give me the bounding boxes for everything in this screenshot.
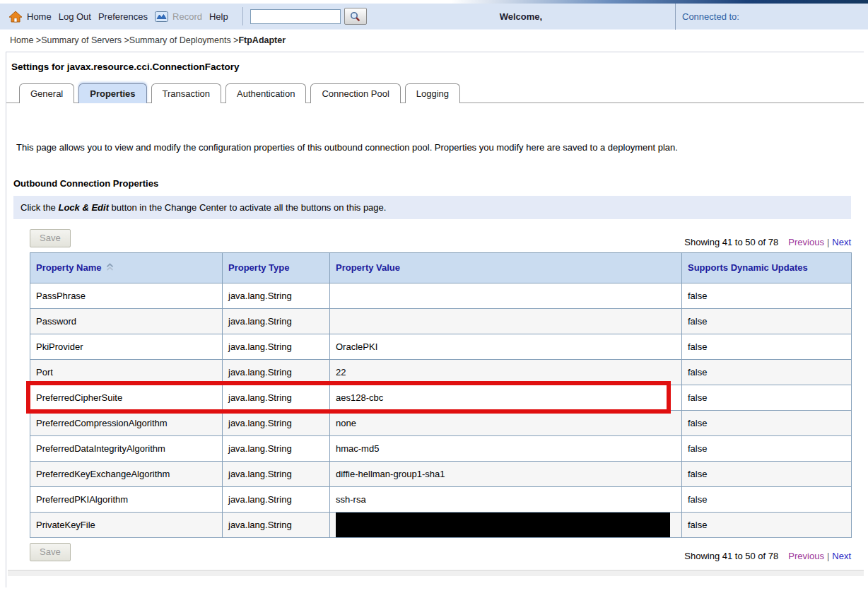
pagination-top: Showing 41 to 50 of 78Previous|Next (684, 237, 851, 247)
cell-property-name: Port (30, 359, 223, 385)
help-link[interactable]: Help (209, 11, 228, 22)
cell-property-type: java.lang.String (223, 283, 330, 308)
column-header-property-type[interactable]: Property Type (223, 252, 330, 283)
cell-property-value: hmac-md5 (330, 435, 682, 461)
properties-table: Property Name Property Type Property Val… (30, 252, 852, 538)
redaction-black-box (336, 513, 670, 537)
tab-general[interactable]: General (19, 83, 74, 103)
cell-supports-dynamic-updates: false (682, 435, 852, 461)
cell-supports-dynamic-updates: false (682, 486, 852, 512)
lock-edit-notice: Click the Lock & Edit button in the Chan… (13, 196, 851, 219)
home-link[interactable]: Home (27, 11, 52, 22)
cell-property-type: java.lang.String (223, 308, 330, 334)
page-description: This page allows you to view and modify … (16, 141, 842, 155)
table-wrap: Property Name Property Type Property Val… (30, 252, 851, 538)
table-row-password: Passwordjava.lang.Stringfalse (30, 308, 852, 334)
cell-property-value (330, 308, 682, 334)
toolbar-divider (242, 7, 243, 25)
breadcrumb-item-summary-of-servers[interactable]: Summary of Servers (41, 35, 122, 45)
cell-property-value: aes128-cbc (330, 385, 682, 410)
table-row-preferredkeyexchangealgorithm: PreferredKeyExchangeAlgorithmjava.lang.S… (30, 461, 852, 486)
cell-property-value: diffie-hellman-group1-sha1 (330, 461, 682, 486)
table-controls-bottom: Save Showing 41 to 50 of 78Previous|Next (30, 543, 851, 561)
table-row-port: Portjava.lang.String22false (30, 359, 852, 385)
showing-text: Showing 41 to 50 of 78 (684, 237, 778, 247)
tab-transaction[interactable]: Transaction (151, 83, 221, 103)
table-row-passphrase: PassPhrasejava.lang.Stringfalse (30, 283, 852, 308)
breadcrumb-item-home[interactable]: Home (10, 35, 33, 45)
tab-authentication[interactable]: Authentication (225, 83, 306, 103)
cell-property-value-redacted (330, 512, 682, 537)
cell-supports-dynamic-updates: false (682, 461, 852, 486)
cell-property-value: 22 (330, 359, 682, 385)
previous-link-bottom[interactable]: Previous (788, 551, 824, 561)
toolbar: Home Log Out Preferences Record Help Wel… (0, 4, 868, 30)
cell-supports-dynamic-updates: false (682, 385, 852, 410)
sort-ascending-icon[interactable] (105, 263, 115, 274)
search-button[interactable] (344, 8, 367, 25)
cell-property-type: java.lang.String (223, 334, 330, 359)
tab-logging[interactable]: Logging (405, 83, 460, 103)
table-row-preferredpkialgorithm: PreferredPKIAlgorithmjava.lang.Stringssh… (30, 486, 852, 512)
search-icon (350, 11, 360, 22)
outbound-properties-table-zone: Save Showing 41 to 50 of 78Previous|Next… (30, 229, 851, 561)
cell-property-name: PkiProvider (30, 334, 223, 359)
showing-text-bottom: Showing 41 to 50 of 78 (684, 551, 778, 561)
preferences-link[interactable]: Preferences (98, 11, 148, 22)
tab-properties[interactable]: Properties (78, 83, 146, 103)
pagination-separator-bottom: | (827, 551, 829, 561)
cell-property-name: PreferredKeyExchangeAlgorithm (30, 461, 223, 486)
home-icon[interactable] (8, 11, 23, 23)
cell-property-name: PrivateKeyFile (30, 512, 223, 537)
previous-link[interactable]: Previous (788, 237, 824, 247)
cell-supports-dynamic-updates: false (682, 283, 852, 308)
table-row-preferredcompressionalgorithm: PreferredCompressionAlgorithmjava.lang.S… (30, 410, 852, 435)
table-controls-top: Save Showing 41 to 50 of 78Previous|Next (30, 229, 851, 247)
record-icon (155, 11, 168, 22)
table-row-pkiprovider: PkiProviderjava.lang.StringOraclePKIfals… (30, 334, 852, 359)
cell-property-name: PreferredCompressionAlgorithm (30, 410, 223, 435)
column-header-property-value[interactable]: Property Value (330, 252, 682, 283)
tab-bar: GeneralPropertiesTransactionAuthenticati… (6, 80, 864, 103)
cell-property-name: PreferredPKIAlgorithm (30, 486, 223, 512)
cell-property-value: OraclePKI (330, 334, 682, 359)
section-title: Outbound Connection Properties (13, 178, 854, 189)
notice-prefix: Click the (20, 202, 58, 213)
pagination-bottom: Showing 41 to 50 of 78Previous|Next (684, 551, 851, 561)
breadcrumb-item-summary-of-deployments[interactable]: Summary of Deployments (129, 35, 231, 45)
breadcrumb: Home >Summary of Servers >Summary of Dep… (0, 30, 868, 52)
tab-connection-pool[interactable]: Connection Pool (310, 83, 400, 103)
footer-strip (8, 570, 864, 576)
save-button-bottom[interactable]: Save (30, 543, 71, 561)
cell-property-type: java.lang.String (223, 461, 330, 486)
cell-property-name: Password (30, 308, 223, 334)
settings-panel: Settings for javax.resource.cci.Connecti… (6, 52, 864, 587)
cell-property-type: java.lang.String (223, 385, 330, 410)
table-row-privatekeyfile: PrivateKeyFilejava.lang.Stringfalse (30, 512, 852, 537)
table-header-row: Property Name Property Type Property Val… (30, 252, 852, 283)
cell-property-type: java.lang.String (223, 410, 330, 435)
cell-property-name: PreferredCipherSuite (30, 385, 223, 410)
cell-property-type: java.lang.String (223, 435, 330, 461)
save-button-top[interactable]: Save (30, 229, 71, 247)
cell-supports-dynamic-updates: false (682, 512, 852, 537)
next-link-bottom[interactable]: Next (832, 551, 851, 561)
logout-link[interactable]: Log Out (59, 11, 91, 22)
cell-property-type: java.lang.String (223, 359, 330, 385)
record-link: Record (172, 11, 202, 22)
cell-property-value (330, 283, 682, 308)
search-input[interactable] (250, 9, 341, 24)
notice-suffix: button in the Change Center to activate … (109, 202, 386, 213)
cell-property-type: java.lang.String (223, 486, 330, 512)
cell-property-name: PreferredDataIntegrityAlgorithm (30, 435, 223, 461)
breadcrumb-item-ftpadapter: FtpAdapter (238, 35, 286, 45)
notice-emphasis: Lock & Edit (58, 202, 109, 213)
cell-supports-dynamic-updates: false (682, 410, 852, 435)
table-row-preferredciphersuite: PreferredCipherSuitejava.lang.Stringaes1… (30, 385, 852, 410)
cell-supports-dynamic-updates: false (682, 308, 852, 334)
column-header-supports-dynamic-updates[interactable]: Supports Dynamic Updates (682, 252, 852, 283)
cell-property-value: ssh-rsa (330, 486, 682, 512)
next-link[interactable]: Next (832, 237, 851, 247)
column-header-property-name[interactable]: Property Name (30, 252, 223, 283)
cell-property-name: PassPhrase (30, 283, 223, 308)
